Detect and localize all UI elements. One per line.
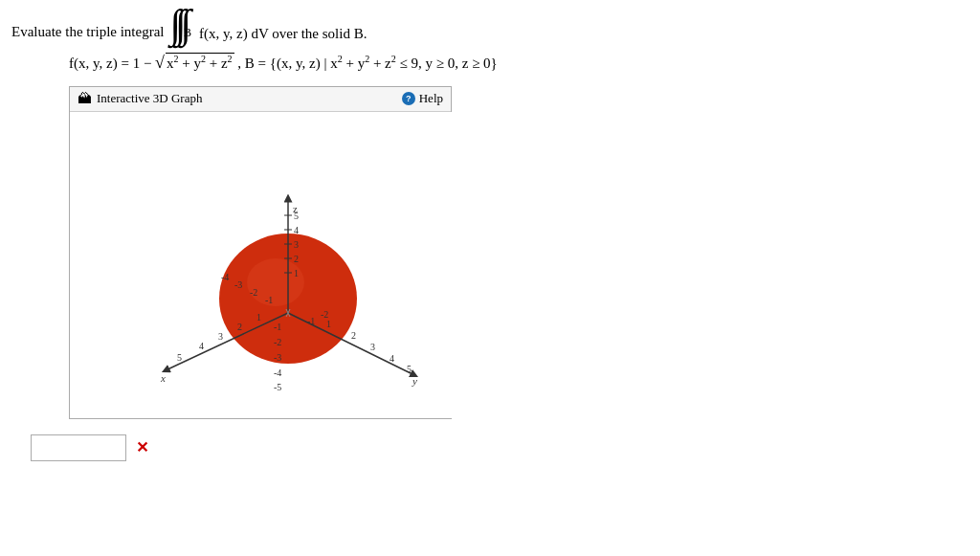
svg-text:-2: -2 <box>250 287 257 298</box>
interactive-graph-label: Interactive 3D Graph <box>97 91 202 106</box>
svg-text:-3: -3 <box>234 279 242 290</box>
svg-text:3: 3 <box>294 239 299 250</box>
svg-text:4: 4 <box>294 225 299 235</box>
help-label[interactable]: Help <box>419 91 443 106</box>
svg-text:5: 5 <box>294 211 299 221</box>
svg-text:4: 4 <box>199 341 204 351</box>
bottom-row: ✕ <box>31 434 969 461</box>
graph-toolbar: 🏔 Interactive 3D Graph ? Help <box>70 87 451 112</box>
sqrt-expression: √ x2 + y2 + z2 <box>155 53 234 71</box>
svg-text:4: 4 <box>390 353 394 364</box>
header-prefix: Evaluate the triple integral <box>11 22 165 42</box>
svg-text:-1: -1 <box>274 322 281 332</box>
svg-text:1: 1 <box>294 268 299 278</box>
help-icon: ? <box>402 92 415 105</box>
graph-icon: 🏔 <box>78 91 92 107</box>
svg-text:5: 5 <box>177 352 182 363</box>
integral-subscript: B <box>184 26 191 40</box>
svg-text:1: 1 <box>256 312 261 322</box>
toolbar-right[interactable]: ? Help <box>402 91 443 106</box>
svg-text:-2: -2 <box>321 309 328 320</box>
graph-area[interactable]: z 5 4 3 2 1 y 1 2 <box>70 112 453 418</box>
svg-text:3: 3 <box>218 331 223 342</box>
graph-container: 🏔 Interactive 3D Graph ? Help <box>69 86 452 419</box>
svg-text:2: 2 <box>237 322 242 332</box>
svg-text:-2: -2 <box>274 337 281 347</box>
formula-lhs: f(x, y, z) = 1 − <box>69 56 151 71</box>
svg-text:-1: -1 <box>265 295 273 305</box>
graph-svg[interactable]: z 5 4 3 2 1 y 1 2 <box>70 112 453 418</box>
svg-text:-3: -3 <box>274 352 281 363</box>
svg-text:2: 2 <box>351 330 356 341</box>
header-row: Evaluate the triple integral ∫∫∫ B f(x, … <box>11 8 969 42</box>
formula-row: f(x, y, z) = 1 − √ x2 + y2 + z2 , B = {(… <box>69 52 969 75</box>
svg-text:y: y <box>412 375 417 387</box>
svg-text:x: x <box>160 372 166 384</box>
svg-text:-4: -4 <box>274 367 281 378</box>
integral-expression: f(x, y, z) dV over the solid B. <box>199 26 367 42</box>
svg-text:3: 3 <box>370 342 375 352</box>
svg-text:5: 5 <box>407 364 412 374</box>
svg-text:1: 1 <box>326 319 331 329</box>
svg-text:-4: -4 <box>221 272 229 282</box>
svg-text:-5: -5 <box>274 382 281 392</box>
formula-rhs: , B = {(x, y, z) | x2 + y2 + z2 ≤ 9, y ≥… <box>237 56 498 71</box>
svg-text:2: 2 <box>294 254 299 264</box>
sqrt-sign: √ <box>155 54 165 71</box>
answer-input[interactable] <box>31 434 126 461</box>
svg-text:-1: -1 <box>307 316 315 326</box>
toolbar-left: 🏔 Interactive 3D Graph <box>78 91 202 107</box>
svg-point-2 <box>247 258 304 306</box>
sqrt-content: x2 + y2 + z2 <box>166 53 234 71</box>
clear-button[interactable]: ✕ <box>136 438 148 456</box>
page: Evaluate the triple integral ∫∫∫ B f(x, … <box>0 0 980 469</box>
